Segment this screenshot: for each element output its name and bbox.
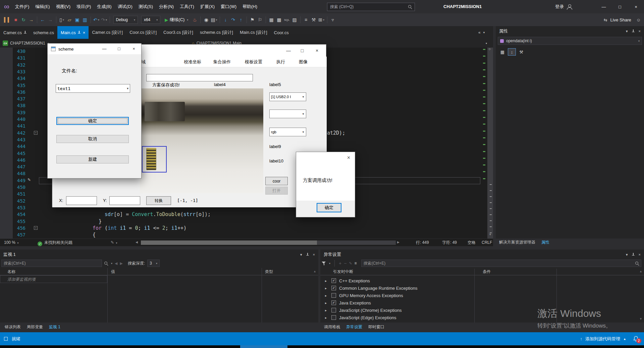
minimize-button[interactable]: — — [282, 45, 295, 57]
code-health-indicator[interactable]: ✓未找到相关问题 — [38, 239, 72, 247]
tab-错误列表[interactable]: 错误列表 — [2, 323, 23, 332]
open-button[interactable]: 打开 — [265, 187, 288, 195]
tab-Coor.cs[interactable]: Coor.cs — [271, 26, 292, 39]
menu-工具(T)[interactable]: 工具(T) — [177, 0, 197, 13]
add-to-source-control-button[interactable]: 添加到源代码管理 — [585, 336, 620, 342]
tab-解决方案资源管理器[interactable]: 解决方案资源管理器 — [496, 238, 538, 246]
pin-icon[interactable] — [632, 29, 635, 33]
chevron-down-icon[interactable]: ▾ — [329, 262, 330, 265]
menu-文件(F)[interactable]: 文件(F) — [12, 0, 33, 13]
break-all-icon[interactable]: ▍▍ — [3, 15, 12, 24]
visual-studio-logo-icon[interactable]: ∞ — [4, 3, 9, 10]
close-button[interactable]: × — [628, 0, 644, 13]
filter-icon[interactable] — [322, 262, 326, 265]
y-coordinate-input[interactable] — [109, 196, 140, 205]
taskbar-active-app[interactable] — [240, 345, 287, 348]
tab-Coor3.cs [设计][interactable]: Coor3.cs [设计] — [160, 26, 197, 39]
code-cleanup-icon[interactable]: ✎ ▾ — [111, 239, 117, 247]
member-dropdown-icon[interactable]: ▾ — [486, 42, 487, 45]
continue-button[interactable]: ▶ 继续(C) ▾ — [165, 17, 188, 23]
search-forward-icon[interactable]: ▶ — [120, 261, 122, 266]
window-position-icon[interactable]: ▾ — [300, 253, 302, 257]
camera-menu-模板设置[interactable]: 模板设置 — [245, 57, 262, 67]
close-button[interactable]: × — [310, 45, 324, 57]
column-type[interactable]: 类型 — [265, 269, 273, 275]
tab-Main.cs [设计][interactable]: Main.cs [设计] — [236, 26, 271, 39]
x-coordinate-input[interactable] — [66, 196, 97, 205]
close-icon[interactable]: × — [639, 29, 641, 33]
expand-arrow-icon[interactable]: ▸ — [325, 294, 328, 297]
project-dropdown[interactable]: C# CHAPT2MISSION1 ▾ — [3, 39, 49, 48]
tab-属性[interactable]: 属性 — [539, 238, 552, 246]
toolbar-overflow-icon[interactable]: ▿ — [329, 15, 337, 24]
tab-监视 1[interactable]: 监视 1 — [46, 323, 63, 332]
pin-icon[interactable] — [632, 253, 635, 256]
minimize-button[interactable]: — — [596, 0, 612, 13]
property-pages-icon[interactable]: ⚒ — [517, 48, 525, 56]
restart-debug-icon[interactable]: ↻ — [20, 15, 28, 24]
tab-scheme.cs [设计][interactable]: scheme.cs [设计] — [197, 26, 236, 39]
pin-icon[interactable] — [78, 31, 80, 34]
column-name[interactable]: 名称 — [7, 269, 15, 275]
fold-collapse-icon[interactable]: − — [34, 131, 38, 135]
menu-测试(S)[interactable]: 测试(S) — [136, 0, 156, 13]
sql-icon[interactable]: SQL — [283, 15, 291, 24]
save-all-icon[interactable]: ▥ — [81, 15, 89, 24]
tab-Main.cs[interactable]: Main.cs× — [57, 26, 89, 39]
minimize-button[interactable]: — — [97, 44, 112, 54]
column-value[interactable]: 值 — [111, 269, 115, 275]
watch-search-input[interactable]: 搜索(Ctrl+E) — [1, 260, 102, 267]
close-icon[interactable]: × — [639, 253, 641, 257]
step-over-icon[interactable]: ↷ — [229, 15, 237, 24]
command-window-icon[interactable]: ≡ — [302, 15, 310, 24]
camera-device-dropdown[interactable]: [1] USB2.0 I▼ — [269, 92, 306, 101]
coor-button[interactable]: coor — [265, 177, 288, 185]
chevron-up-icon[interactable]: ▲ — [623, 337, 626, 341]
solution-explorer-icon[interactable]: ▦ — [268, 15, 275, 24]
exception-checkbox[interactable] — [331, 293, 336, 298]
search-back-icon[interactable]: ◀ — [115, 261, 117, 266]
filename-dropdown[interactable]: text1▼ — [56, 84, 130, 93]
expand-arrow-icon[interactable]: ▸ — [325, 308, 328, 312]
tab-Camer.cs[interactable]: Camer.cs — [0, 26, 30, 39]
search-depth-dropdown[interactable]: 3 ▾ — [147, 260, 160, 267]
close-button[interactable]: × — [126, 44, 141, 54]
exception-checkbox[interactable]: ✓ — [331, 286, 336, 290]
remove-exception-icon[interactable]: − — [344, 261, 346, 266]
breakpoints-window-icon[interactable]: ◉ — [202, 15, 210, 24]
expand-arrow-icon[interactable]: ▸ — [325, 301, 328, 305]
scroll-right-icon[interactable]: ▶ — [397, 240, 399, 244]
expand-arrow-icon[interactable]: ▸ — [325, 286, 328, 290]
alphabetical-icon[interactable]: ↕ — [508, 48, 516, 56]
tab-局部变量[interactable]: 局部变量 — [24, 323, 46, 332]
scroll-down-icon[interactable]: ▼ — [639, 317, 642, 321]
column-break-when-thrown[interactable]: 引发时中断 — [333, 269, 353, 275]
tab-异常设置[interactable]: 异常设置 — [343, 323, 365, 332]
ok-button[interactable]: 确定 — [317, 203, 341, 212]
menu-分析(N)[interactable]: 分析(N) — [156, 0, 177, 13]
close-icon[interactable]: × — [83, 30, 86, 35]
column-divider[interactable] — [107, 268, 108, 323]
convert-button[interactable]: 转换 — [146, 196, 171, 205]
menu-帮助(H)[interactable]: 帮助(H) — [239, 0, 260, 13]
background-tasks-icon[interactable] — [4, 337, 8, 341]
window-position-icon[interactable]: ▾ — [626, 29, 628, 33]
new-file-icon[interactable]: ▯▾ — [58, 15, 66, 24]
class-view-icon[interactable]: ▩ — [275, 15, 283, 24]
ok-button[interactable]: 确定 — [56, 117, 129, 125]
platform-dropdown[interactable]: x64▾ — [141, 16, 160, 24]
editor-split-grip[interactable]: ÷ — [488, 48, 491, 52]
categorized-icon[interactable]: ▦ — [498, 48, 506, 56]
step-out-icon[interactable]: ↑ — [237, 15, 245, 24]
pin-icon[interactable] — [306, 253, 309, 256]
fold-collapse-icon[interactable]: − — [34, 226, 38, 230]
column-condition[interactable]: 条件 — [483, 269, 491, 275]
chevron-down-icon[interactable]: ▾ — [111, 262, 112, 265]
search-icon[interactable] — [104, 262, 108, 265]
output-window-icon[interactable]: ▤▾ — [210, 15, 218, 24]
menu-调试(D)[interactable]: 调试(D) — [115, 0, 136, 13]
editor-horizontal-scrollbar[interactable] — [141, 240, 396, 245]
redo-icon[interactable]: ↷▾ — [100, 15, 108, 24]
toolbox-icon[interactable]: ⚒ — [310, 15, 318, 24]
maximize-button[interactable]: □ — [112, 44, 126, 54]
